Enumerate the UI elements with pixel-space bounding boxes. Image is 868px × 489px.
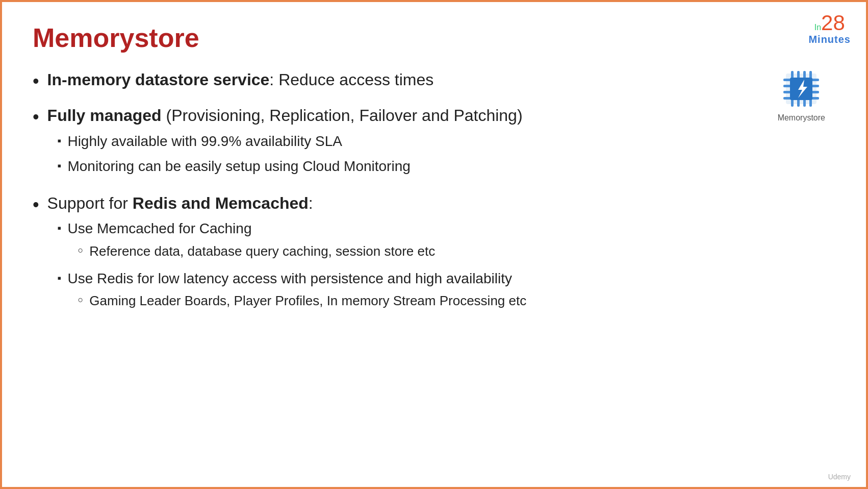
bullet-1-bold: In-memory datastore service	[47, 70, 270, 89]
logo-in-text: In	[814, 23, 821, 32]
bullet-item-3: Support for Redis and Memcached: Use Mem…	[33, 192, 619, 319]
sub-item-3-2-content: Use Redis for low latency access with pe…	[67, 268, 526, 313]
bullet-2-sub-list: Highly available with 99.9% availability…	[58, 131, 619, 176]
svg-rect-2	[783, 85, 791, 87]
svg-rect-6	[811, 85, 819, 87]
sub-item-3-2: Use Redis for low latency access with pe…	[58, 268, 619, 313]
svg-rect-14	[797, 99, 800, 107]
svg-rect-11	[803, 71, 806, 79]
logo-brand: In28	[814, 12, 845, 34]
main-bullet-list: In-memory datastore service: Reduce acce…	[33, 68, 619, 319]
svg-rect-4	[783, 97, 791, 100]
logo-minutes-text: Minutes	[808, 34, 851, 45]
sub-sub-item-3-1-1-text: Reference data, database query caching, …	[89, 242, 435, 260]
sub-item-2-1: Highly available with 99.9% availability…	[58, 131, 619, 151]
sub-item-3-1: Use Memcached for Caching Reference data…	[58, 218, 619, 263]
sub-item-3-1-content: Use Memcached for Caching Reference data…	[67, 218, 435, 263]
bullet-2-normal: (Provisioning, Replication, Failover and…	[162, 106, 523, 125]
bullet-3-sub-list: Use Memcached for Caching Reference data…	[58, 218, 619, 313]
memorystore-icon-label: Memorystore	[778, 113, 825, 123]
sub-sub-item-3-2-1-text: Gaming Leader Boards, Player Profiles, I…	[89, 291, 526, 310]
sub-item-2-2: Monitoring can be easily setup using Clo…	[58, 156, 619, 176]
bullet-3-bold: Redis and Memcached	[133, 194, 309, 212]
svg-rect-12	[809, 71, 812, 79]
bullet-1-content: In-memory datastore service: Reduce acce…	[47, 68, 619, 91]
svg-rect-8	[811, 97, 819, 100]
bullet-item-2: Fully managed (Provisioning, Replication…	[33, 104, 619, 181]
bullet-2-bold: Fully managed	[47, 106, 162, 125]
logo-area: In28 Minutes	[808, 12, 851, 45]
sub-item-3-1-text: Use Memcached for Caching	[67, 221, 251, 236]
svg-rect-15	[803, 99, 806, 107]
bullet-3-normal-prefix: Support for	[47, 194, 133, 212]
svg-rect-5	[811, 79, 819, 81]
svg-rect-9	[791, 71, 794, 79]
logo-28-text: 28	[821, 11, 845, 35]
sub-item-3-2-text: Use Redis for low latency access with pe…	[67, 271, 512, 286]
sub-sub-item-3-1-1: Reference data, database query caching, …	[78, 242, 435, 260]
bullet-item-1: In-memory datastore service: Reduce acce…	[33, 68, 619, 94]
bullet-1-normal: : Reduce access times	[269, 70, 433, 89]
bullet-3-colon: :	[309, 194, 313, 212]
memorystore-icon-area: Memorystore	[778, 68, 825, 123]
udemy-watermark: Udemy	[828, 473, 851, 481]
slide-title: Memorystore	[33, 22, 835, 53]
sub-sub-list-3-2: Gaming Leader Boards, Player Profiles, I…	[78, 291, 526, 310]
svg-rect-3	[783, 91, 791, 93]
sub-item-2-2-text: Monitoring can be easily setup using Clo…	[67, 156, 410, 176]
bullet-2-content: Fully managed (Provisioning, Replication…	[47, 104, 619, 181]
svg-rect-16	[809, 99, 812, 107]
sub-sub-item-3-2-1: Gaming Leader Boards, Player Profiles, I…	[78, 291, 526, 310]
svg-rect-13	[791, 99, 794, 107]
slide-container: In28 Minutes	[0, 0, 868, 489]
svg-rect-1	[783, 79, 791, 81]
svg-rect-7	[811, 91, 819, 93]
content-area: In-memory datastore service: Reduce acce…	[33, 68, 619, 319]
sub-sub-list-3-1: Reference data, database query caching, …	[78, 242, 435, 260]
svg-rect-10	[797, 71, 800, 79]
bullet-3-content: Support for Redis and Memcached: Use Mem…	[47, 192, 619, 319]
sub-item-2-1-text: Highly available with 99.9% availability…	[67, 131, 342, 151]
memorystore-icon	[781, 68, 822, 109]
